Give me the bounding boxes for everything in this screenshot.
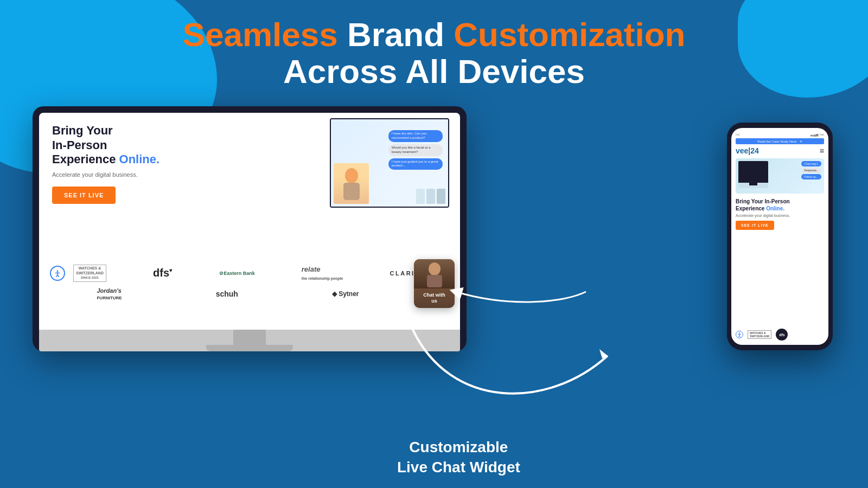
- product-thumb-2: [426, 189, 435, 204]
- main-heading: Seamless Brand Customization Across All …: [33, 16, 835, 90]
- desktop-screen: Bring Your In-Person Experience Online. …: [39, 113, 460, 330]
- screen-heading-line3: Experience: [52, 152, 119, 166]
- phone-monitor-screen: [738, 161, 768, 183]
- phone-chat-1: Chat msg 1: [801, 161, 821, 166]
- phone-bars: ▃▄▅: [810, 132, 818, 136]
- phone-monitor-stand: [749, 183, 757, 185]
- phone-heading: Bring Your In-Person Experience Online.: [736, 198, 824, 212]
- logos-row1: WATCHES &SWITZERLANDSINCE 2021 dfs♥ ⊘Eas…: [50, 265, 449, 281]
- heading-brand: Brand: [347, 16, 444, 53]
- customizable-label: Customizable Live Chat Widget: [397, 438, 520, 477]
- phone-top-bar: Inc ▃▄▅ hat: [736, 132, 824, 136]
- monitor-stand: [381, 207, 398, 208]
- close-icon[interactable]: ✕: [800, 140, 802, 143]
- logo-relate: relatethe relationship people: [302, 265, 343, 281]
- svg-rect-1: [343, 183, 360, 200]
- person-image: [334, 163, 369, 204]
- desktop-neck: [233, 330, 266, 345]
- heading-line2: Across All Devices: [283, 53, 585, 90]
- phone-logo-watches: WATCHES &SWITZERLAND: [748, 330, 771, 339]
- phone-status-icons: ▃▄▅ hat: [810, 132, 824, 136]
- phone-logo-dfs: dfs: [776, 329, 788, 341]
- svg-point-4: [57, 271, 59, 272]
- svg-point-2: [429, 262, 441, 275]
- svg-point-0: [345, 168, 358, 183]
- phone-monitor-preview: [738, 161, 768, 188]
- phone-heading-part1: Bring Your In-Person: [736, 198, 790, 204]
- see-it-live-button[interactable]: SEE IT LIVE: [52, 187, 116, 204]
- screen-chat-bubbles: I have dry skin. Can you recommend a pro…: [388, 130, 443, 170]
- phone-subtitle: Accelerate your digital business.: [736, 214, 824, 217]
- screen-heading-line2: In-Person: [52, 138, 107, 152]
- chat-bubble-1: I have dry skin. Can you recommend a pro…: [388, 130, 443, 142]
- product-thumb-1: [416, 189, 425, 204]
- phone-logo-bar: vee|24 ≡: [736, 146, 824, 155]
- phone-case-study-banner: Read the Case Study Here ✕: [736, 138, 824, 144]
- phone-screen: Inc ▃▄▅ hat Read the Case Study Here ✕: [731, 128, 828, 345]
- desktop-foot: [206, 345, 293, 351]
- product-thumbnails: [416, 189, 445, 204]
- chat-person-svg: [424, 260, 445, 287]
- phone-status: Inc: [736, 133, 740, 136]
- product-thumb-3: [437, 189, 445, 204]
- chat-bubble-3: I have just guided you to a great produc…: [388, 158, 443, 170]
- svg-point-9: [739, 332, 740, 333]
- curved-arrow-svg: [396, 312, 624, 421]
- monitor-preview-inner: I have dry skin. Can you recommend a pro…: [331, 119, 448, 207]
- curved-arrow-wrapper: [396, 312, 624, 423]
- person-svg: [341, 168, 362, 200]
- phone-heading-online: Online.: [766, 206, 784, 211]
- svg-line-13: [739, 336, 741, 337]
- phone-screen-inner: Inc ▃▄▅ hat Read the Case Study Here ✕: [731, 128, 828, 345]
- svg-rect-3: [427, 275, 442, 287]
- chat-widget-label: Chat with us: [423, 292, 445, 304]
- phone-hat: hat: [820, 133, 824, 136]
- customizable-line1: Customizable: [409, 439, 508, 455]
- phone-see-it-live-button[interactable]: SEE IT LIVE: [736, 221, 774, 230]
- logo-jordans: Jordan'sFURNITURE: [97, 287, 122, 300]
- phone-bottom-logos: WATCHES &SWITZERLAND dfs: [736, 329, 824, 341]
- logo-watches: WATCHES &SWITZERLANDSINCE 2021: [73, 265, 106, 281]
- heading-seamless: Seamless: [183, 16, 338, 53]
- chat-bubble-2: Would you like a facial at a beauty trea…: [388, 144, 443, 156]
- phone-access-svg: [737, 332, 742, 337]
- heading-customization: Customization: [454, 16, 685, 53]
- customizable-line2: Live Chat Widget: [397, 459, 520, 476]
- accessibility-svg: [54, 269, 61, 277]
- screen-heading-online: Online.: [119, 152, 160, 166]
- right-column: Inc ▃▄▅ hat Read the Case Study Here ✕: [727, 106, 835, 350]
- hamburger-icon[interactable]: ≡: [820, 146, 824, 155]
- screen-heading-line1: Bring Your: [52, 124, 113, 137]
- logo-eastern-bank: ⊘Eastern Bank: [219, 271, 255, 276]
- phone-hero-text: Bring Your In-Person Experience Online. …: [736, 198, 824, 230]
- logo-dfs: dfs♥: [153, 267, 173, 279]
- phone-video-thumb: Chat msg 1 Response... Follow up...: [736, 158, 824, 194]
- phone-frame: Inc ▃▄▅ hat Read the Case Study Here ✕: [727, 123, 833, 350]
- phone-heading-part2: Experience: [736, 206, 766, 211]
- phone-mockup-wrapper: Inc ▃▄▅ hat Read the Case Study Here ✕: [727, 123, 835, 350]
- header-title: Seamless Brand Customization Across All …: [33, 16, 835, 90]
- monitor-preview: I have dry skin. Can you recommend a pro…: [330, 118, 449, 208]
- logo-sytner: ◆ Sytner: [332, 290, 359, 298]
- desktop-screen-inner: Bring Your In-Person Experience Online. …: [39, 113, 460, 330]
- phone-chat-bubbles: Chat msg 1 Response... Follow up...: [801, 161, 821, 179]
- phone-accessibility-icon: [736, 331, 743, 338]
- logo-schuh: schuh: [216, 290, 238, 298]
- phone-chat-2: Response...: [801, 168, 821, 173]
- vee24-logo: vee|24: [736, 146, 759, 155]
- main-container: Seamless Brand Customization Across All …: [0, 0, 868, 488]
- phone-chat-3: Follow up...: [801, 174, 821, 179]
- logos-row2: Jordan'sFURNITURE schuh ◆ Sytner: [50, 287, 449, 300]
- svg-line-8: [58, 275, 59, 277]
